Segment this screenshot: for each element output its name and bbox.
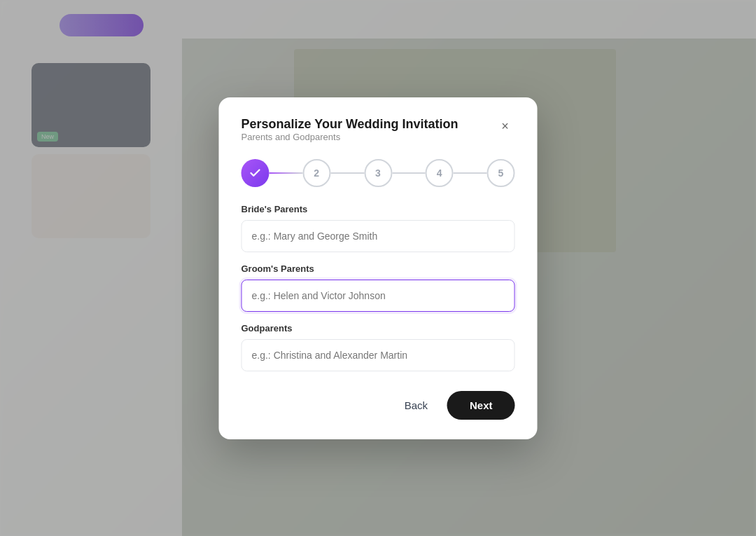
modal-title: Personalize Your Wedding Invitation xyxy=(241,117,458,132)
brides-parents-input[interactable] xyxy=(241,220,515,252)
steps-row: 2 3 4 5 xyxy=(241,159,515,187)
step-line-4-5 xyxy=(454,172,487,174)
close-button[interactable]: × xyxy=(496,117,515,137)
step-line-2-3 xyxy=(330,172,364,174)
step-2-circle[interactable]: 2 xyxy=(302,159,330,187)
modal-header: Personalize Your Wedding Invitation Pare… xyxy=(241,117,515,156)
godparents-input[interactable] xyxy=(241,339,515,371)
back-button[interactable]: Back xyxy=(393,392,439,418)
godparents-label: Godparents xyxy=(241,323,515,334)
personalize-modal: Personalize Your Wedding Invitation Pare… xyxy=(219,97,538,439)
step-1-circle[interactable] xyxy=(241,159,270,187)
next-button[interactable]: Next xyxy=(447,391,515,420)
modal-title-group: Personalize Your Wedding Invitation Pare… xyxy=(241,117,458,156)
step-3-circle[interactable]: 3 xyxy=(364,159,392,187)
brides-parents-label: Bride's Parents xyxy=(241,204,515,214)
modal-subtitle: Parents and Godparents xyxy=(241,132,458,142)
step-5-circle[interactable]: 5 xyxy=(487,159,515,187)
grooms-parents-input[interactable] xyxy=(241,280,515,312)
step-4-circle[interactable]: 4 xyxy=(426,159,454,187)
step-line-1-2 xyxy=(270,172,303,174)
grooms-parents-label: Groom's Parents xyxy=(241,263,515,274)
step-line-3-4 xyxy=(392,172,426,174)
modal-footer: Back Next xyxy=(241,391,515,420)
